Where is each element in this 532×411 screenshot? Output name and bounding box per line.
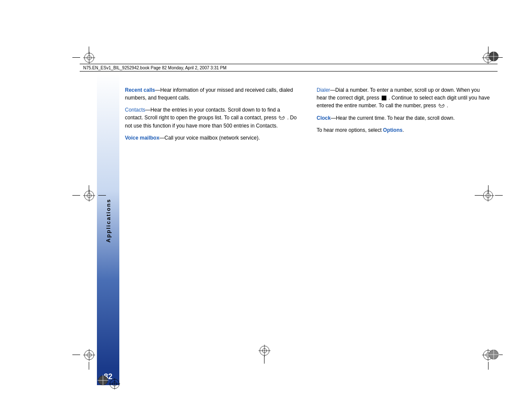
header-bar: N75.EN_ESv1_BIL_9252942.book Page 82 Mon…	[80, 64, 498, 72]
right-para-2: Clock—Hear the current time. To hear the…	[317, 114, 491, 122]
trim-line	[98, 195, 106, 196]
reg-mark-bottom-right	[488, 349, 499, 360]
reg-mark-bottom-left	[97, 375, 109, 386]
trim-line	[475, 195, 482, 196]
trim-line	[495, 195, 503, 196]
page-container: N75.EN_ESv1_BIL_9252942.book Page 82 Mon…	[0, 0, 532, 411]
right-para-3-text: To hear more options, select	[317, 127, 382, 133]
recent-calls-link: Recent calls	[125, 87, 155, 93]
dialer-link: Dialer	[317, 87, 330, 93]
right-para-1-text3: .	[447, 103, 448, 109]
left-para-3: Voice mailbox—Call your voice mailbox (n…	[125, 134, 299, 142]
right-para-1: Dialer—Dial a number. To enter a number,…	[317, 86, 491, 110]
right-column: Dialer—Dial a number. To enter a number,…	[317, 86, 491, 146]
voice-mailbox-link: Voice mailbox	[125, 135, 159, 141]
left-para-1: Recent calls—Hear information of your mi…	[125, 86, 299, 102]
two-column-layout: Recent calls—Hear information of your mi…	[125, 86, 491, 146]
header-text: N75.EN_ESv1_BIL_9252942.book Page 82 Mon…	[83, 65, 227, 70]
trim-line	[72, 57, 80, 58]
crosshair-mid-left	[83, 190, 95, 202]
options-link: Options	[383, 127, 402, 133]
trim-line	[488, 185, 488, 193]
clock-link: Clock	[317, 115, 331, 121]
left-para-2-text: —Hear the entries in your contacts. Scro…	[125, 107, 280, 121]
right-para-3: To hear more options, select Options.	[317, 126, 491, 134]
contacts-link: Contacts	[125, 107, 145, 113]
phone-icon-2	[439, 102, 445, 110]
trim-line	[72, 355, 80, 355]
trim-line	[488, 362, 488, 370]
right-para-2-text: —Hear the current time. To hear the date…	[331, 115, 455, 121]
square-button-icon	[382, 96, 386, 100]
reg-mark-top-right	[488, 51, 499, 62]
trim-line	[89, 185, 89, 193]
phone-icon-1	[279, 114, 285, 122]
reg-mark-bottom-left2	[109, 378, 120, 389]
sidebar-label: Applications	[105, 199, 112, 243]
right-para-3-text2: .	[402, 127, 404, 133]
crosshair-bottom-center	[258, 345, 271, 357]
left-column: Recent calls—Hear information of your mi…	[125, 86, 299, 146]
crosshair-bottom-left	[83, 349, 95, 361]
sidebar-strip: Applications	[97, 73, 119, 368]
left-para-3-text: —Call your voice mailbox (network servic…	[159, 135, 260, 141]
left-para-2: Contacts—Hear the entries in your contac…	[125, 106, 299, 130]
trim-line	[89, 362, 89, 370]
trim-line	[72, 195, 80, 196]
trim-line	[89, 47, 89, 54]
crosshair-top-left	[83, 52, 95, 64]
trim-line	[264, 356, 264, 364]
